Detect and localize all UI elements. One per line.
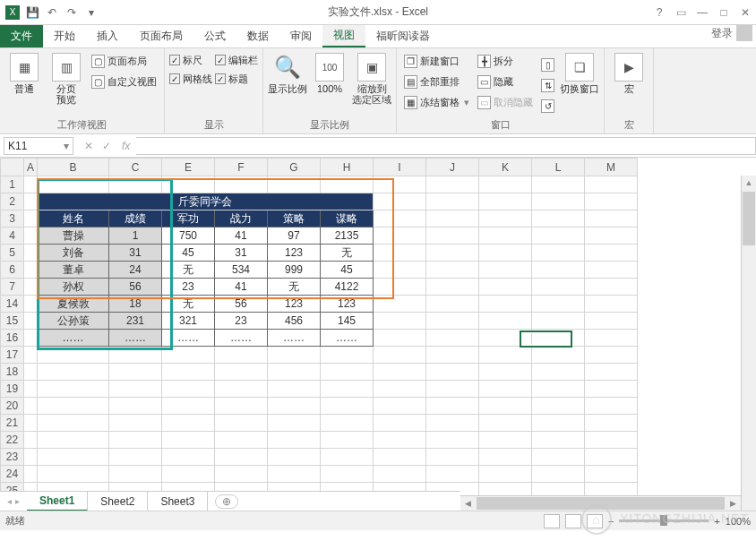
- cell-I4[interactable]: [374, 227, 426, 245]
- cell-E18[interactable]: [162, 364, 215, 381]
- cell-B19[interactable]: [38, 381, 109, 398]
- cell-L3[interactable]: [532, 210, 585, 227]
- table-header[interactable]: 战力: [215, 210, 268, 227]
- cell-K24[interactable]: [479, 466, 532, 483]
- table-cell[interactable]: 无: [268, 279, 321, 296]
- cell-A18[interactable]: [24, 364, 38, 381]
- row-header-22[interactable]: 22: [1, 432, 24, 449]
- cell-K7[interactable]: [479, 279, 532, 296]
- page-layout-button[interactable]: ▢页面布局: [89, 51, 159, 71]
- cell-A20[interactable]: [24, 398, 38, 415]
- cell-L24[interactable]: [532, 466, 585, 483]
- col-header-H[interactable]: H: [321, 159, 374, 176]
- table-cell[interactable]: 123: [268, 245, 321, 262]
- row-header-19[interactable]: 19: [1, 381, 24, 398]
- cell-E23[interactable]: [162, 449, 215, 466]
- cell-G22[interactable]: [268, 432, 321, 449]
- cell-K20[interactable]: [479, 398, 532, 415]
- row-header-17[interactable]: 17: [1, 347, 24, 364]
- row-header-2[interactable]: 2: [1, 193, 24, 210]
- table-cell[interactable]: 24: [109, 262, 162, 279]
- vertical-scrollbar[interactable]: ▲: [741, 176, 756, 511]
- gridlines-checkbox[interactable]: ✓网格线: [169, 70, 212, 88]
- zoom-slider-thumb[interactable]: [660, 515, 667, 526]
- cell-J24[interactable]: [426, 466, 479, 483]
- cell-J3[interactable]: [426, 210, 479, 227]
- table-cell[interactable]: 31: [215, 245, 268, 262]
- cell-E17[interactable]: [162, 347, 215, 364]
- login-area[interactable]: 登录: [711, 25, 752, 41]
- cell-J4[interactable]: [426, 227, 479, 245]
- zoom-out-button[interactable]: −: [608, 516, 614, 527]
- col-header-K[interactable]: K: [479, 159, 532, 176]
- table-cell[interactable]: ……: [109, 330, 162, 347]
- cell-L20[interactable]: [532, 398, 585, 415]
- cell-M20[interactable]: [585, 398, 638, 415]
- cell-I17[interactable]: [374, 347, 426, 364]
- scrollbar-thumb[interactable]: [477, 497, 725, 510]
- cell-G1[interactable]: [268, 176, 321, 193]
- minimize-button[interactable]: —: [695, 6, 709, 19]
- cell-G19[interactable]: [268, 381, 321, 398]
- cell-F24[interactable]: [215, 466, 268, 483]
- cell-I18[interactable]: [374, 364, 426, 381]
- table-cell[interactable]: 456: [268, 313, 321, 330]
- cell-A4[interactable]: [24, 227, 38, 245]
- cell-L22[interactable]: [532, 432, 585, 449]
- row-header-16[interactable]: 16: [1, 330, 24, 347]
- cell-K1[interactable]: [479, 176, 532, 193]
- cell-H21[interactable]: [321, 415, 374, 432]
- normal-view-icon[interactable]: [544, 514, 560, 528]
- table-cell[interactable]: ……: [215, 330, 268, 347]
- table-cell[interactable]: 4122: [321, 279, 374, 296]
- cell-B1[interactable]: [38, 176, 109, 193]
- cell-K6[interactable]: [479, 262, 532, 279]
- cell-H17[interactable]: [321, 347, 374, 364]
- table-cell[interactable]: 750: [162, 227, 215, 245]
- ribbon-options-button[interactable]: ▭: [674, 6, 688, 19]
- row-header-18[interactable]: 18: [1, 364, 24, 381]
- sheet-tab-2[interactable]: Sheet2: [88, 492, 148, 511]
- cell-F1[interactable]: [215, 176, 268, 193]
- table-cell[interactable]: 45: [321, 262, 374, 279]
- cell-A19[interactable]: [24, 381, 38, 398]
- cell-L2[interactable]: [532, 193, 585, 210]
- cell-M15[interactable]: [585, 313, 638, 330]
- cell-G18[interactable]: [268, 364, 321, 381]
- table-cell[interactable]: 999: [268, 262, 321, 279]
- name-box[interactable]: K11▾: [4, 137, 73, 155]
- cell-M5[interactable]: [585, 245, 638, 262]
- cell-H18[interactable]: [321, 364, 374, 381]
- cell-M3[interactable]: [585, 210, 638, 227]
- scroll-up-icon[interactable]: ▲: [742, 176, 756, 191]
- cell-J20[interactable]: [426, 398, 479, 415]
- row-header-6[interactable]: 6: [1, 262, 24, 279]
- cell-A2[interactable]: [24, 193, 38, 210]
- select-all-cell[interactable]: [1, 159, 24, 176]
- cell-L6[interactable]: [532, 262, 585, 279]
- cell-K18[interactable]: [479, 364, 532, 381]
- cell-I23[interactable]: [374, 449, 426, 466]
- table-cell[interactable]: 321: [162, 313, 215, 330]
- row-header-14[interactable]: 14: [1, 296, 24, 313]
- cell-C1[interactable]: [109, 176, 162, 193]
- normal-view-button[interactable]: ▦ 普通: [4, 51, 44, 94]
- cell-J14[interactable]: [426, 296, 479, 313]
- sheet-nav[interactable]: ◂▸: [0, 496, 27, 506]
- cell-C17[interactable]: [109, 347, 162, 364]
- cancel-button[interactable]: ✕: [81, 140, 97, 152]
- table-cell[interactable]: 45: [162, 245, 215, 262]
- qat-customize[interactable]: ▾: [84, 5, 99, 20]
- table-cell[interactable]: 123: [268, 296, 321, 313]
- cell-J16[interactable]: [426, 330, 479, 347]
- table-header[interactable]: 谋略: [321, 210, 374, 227]
- cell-J15[interactable]: [426, 313, 479, 330]
- cell-E1[interactable]: [162, 176, 215, 193]
- cell-J6[interactable]: [426, 262, 479, 279]
- cell-I21[interactable]: [374, 415, 426, 432]
- col-header-B[interactable]: B: [38, 159, 109, 176]
- tab-foxit[interactable]: 福昕阅读器: [365, 25, 441, 47]
- macros-button[interactable]: ▶宏: [609, 51, 649, 94]
- table-cell[interactable]: 1: [109, 227, 162, 245]
- cell-M1[interactable]: [585, 176, 638, 193]
